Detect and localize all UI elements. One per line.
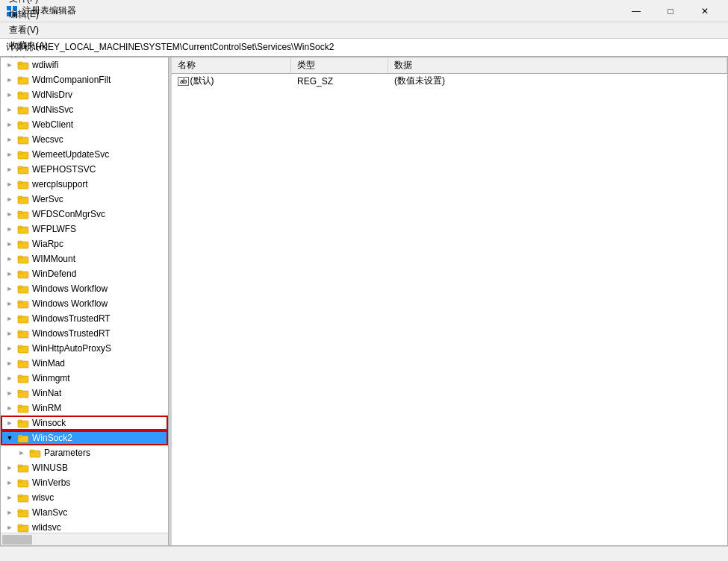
expand-icon[interactable]: ► [4, 104, 16, 116]
tree-item[interactable]: ► WlanSvc [1, 505, 168, 520]
expand-icon[interactable]: ► [4, 417, 16, 429]
expand-icon[interactable]: ► [4, 507, 16, 518]
folder-icon [17, 254, 29, 264]
folder-icon [17, 239, 29, 249]
expand-icon[interactable]: ► [4, 253, 16, 265]
folder-icon [17, 149, 29, 160]
title-bar: 注册表编辑器 — □ ✕ [0, 0, 728, 22]
tree-scroll[interactable]: ► wdiwifi► WdmCompanionFilt► WdNisDrv► W… [1, 57, 168, 533]
expand-icon[interactable]: ► [4, 327, 16, 339]
tree-item[interactable]: ► WdmCompanionFilt [1, 72, 168, 87]
tree-item[interactable]: ► Winmgmt [1, 371, 168, 386]
expand-icon[interactable]: ► [4, 372, 16, 384]
table-rows: ab(默认)REG_SZ(数值未设置) [172, 74, 727, 89]
expand-icon[interactable]: ► [4, 178, 16, 190]
tree-item[interactable]: ► Parameters [1, 445, 168, 460]
expand-icon[interactable]: ► [4, 238, 16, 250]
menu-bar: 文件(F)编辑(E)查看(V)收藏夹(A)帮助(H) [0, 22, 728, 39]
tree-item[interactable]: ► WinMad [1, 356, 168, 371]
expand-icon[interactable]: ► [16, 447, 28, 459]
svg-rect-23 [18, 196, 22, 198]
table-body: ab(默认)REG_SZ(数值未设置) [172, 74, 727, 545]
tree-item[interactable]: ► WEPHOSTSVC [1, 162, 168, 177]
tree-item[interactable]: ▼ WinSock2 [1, 430, 168, 445]
tree-item[interactable]: ► wdiwifi [1, 57, 168, 72]
close-button[interactable]: ✕ [688, 0, 722, 22]
tree-item[interactable]: ► WINUSB [1, 460, 168, 475]
menu-item[interactable]: 文件(F) [3, 0, 54, 7]
tree-item[interactable]: ► WinVerbs [1, 475, 168, 490]
folder-icon [17, 119, 29, 130]
tree-item[interactable]: ► wlidsvc [1, 520, 168, 533]
tree-item-label: WinMad [31, 358, 168, 369]
expand-icon[interactable]: ► [4, 298, 16, 310]
expand-icon[interactable]: ► [4, 119, 16, 131]
expand-icon[interactable]: ► [4, 462, 16, 474]
tree-item[interactable]: ► WindowsTrustedRT [1, 311, 168, 326]
expand-icon[interactable]: ► [4, 342, 16, 354]
expand-icon[interactable]: ► [4, 387, 16, 399]
tree-item[interactable]: ► WdNisDrv [1, 87, 168, 102]
expand-icon[interactable]: ► [4, 521, 16, 533]
folder-icon [17, 269, 29, 279]
svg-rect-13 [18, 122, 22, 124]
tree-item[interactable]: ► WiaRpc [1, 236, 168, 251]
folder-icon [17, 224, 29, 234]
tree-item[interactable]: ► WinDefend [1, 266, 168, 281]
tree-item[interactable]: ► wisvc [1, 490, 168, 505]
expand-icon[interactable]: ► [4, 148, 16, 160]
expand-icon[interactable]: ► [4, 223, 16, 235]
menu-item[interactable]: 查看(V) [3, 22, 54, 38]
folder-icon [17, 194, 29, 204]
tree-item[interactable]: ► WinRM [1, 401, 168, 416]
expand-icon[interactable]: ► [4, 193, 16, 205]
address-path: 计算机\HKEY_LOCAL_MACHINE\SYSTEM\CurrentCon… [6, 41, 334, 54]
tree-item[interactable]: ► WemeetUpdateSvc [1, 147, 168, 162]
expand-icon[interactable]: ► [4, 59, 16, 71]
tree-item[interactable]: ► WinHttpAutoProxyS [1, 341, 168, 356]
collapse-icon[interactable]: ▼ [4, 432, 16, 444]
tree-item[interactable]: ► wercplsupport [1, 177, 168, 192]
tree-item[interactable]: ► WFDSConMgrSvc [1, 207, 168, 222]
minimize-button[interactable]: — [619, 0, 653, 22]
tree-item[interactable]: ► WIMMount [1, 251, 168, 266]
folder-icon [17, 298, 29, 309]
maximize-button[interactable]: □ [653, 0, 688, 22]
svg-rect-33 [18, 271, 22, 273]
expand-icon[interactable]: ► [4, 357, 16, 369]
tree-item[interactable]: ► Wecsvc [1, 132, 168, 147]
svg-rect-9 [18, 92, 22, 94]
table-row[interactable]: ab(默认)REG_SZ(数值未设置) [172, 74, 727, 89]
tree-item[interactable]: ► WinNat [1, 386, 168, 401]
folder-icon [17, 507, 29, 518]
expand-icon[interactable]: ► [4, 283, 16, 295]
tree-item[interactable]: ► WFPLWFS [1, 222, 168, 236]
expand-icon[interactable]: ► [4, 74, 16, 86]
tree-item[interactable]: ► WdNisSvc [1, 102, 168, 117]
expand-icon[interactable]: ► [4, 313, 16, 325]
expand-icon[interactable]: ► [4, 492, 16, 504]
expand-icon[interactable]: ► [4, 163, 16, 175]
expand-icon[interactable]: ► [4, 134, 16, 145]
tree-item[interactable]: ► Windows Workflow [1, 281, 168, 296]
menu-item[interactable]: 编辑(E) [3, 7, 54, 22]
folder-icon [17, 209, 29, 219]
svg-rect-53 [18, 420, 22, 422]
tree-item-label: WindowsTrustedRT [31, 313, 168, 324]
expand-icon[interactable]: ► [4, 268, 16, 280]
tree-item-label: WindowsTrustedRT [31, 328, 168, 339]
tree-hscroll[interactable] [1, 533, 168, 545]
tree-item[interactable]: ► WerSvc [1, 192, 168, 207]
ab-icon: ab [178, 77, 189, 86]
tree-item-label: Wecsvc [31, 134, 168, 145]
expand-icon[interactable]: ► [4, 402, 16, 414]
svg-rect-43 [18, 345, 22, 348]
tree-item-label: WdNisDrv [31, 90, 168, 100]
tree-item[interactable]: ► Winsock [1, 416, 168, 430]
tree-item[interactable]: ► WindowsTrustedRT [1, 326, 168, 341]
expand-icon[interactable]: ► [4, 89, 16, 101]
tree-item[interactable]: ► Windows Workflow [1, 296, 168, 311]
tree-item[interactable]: ► WebClient [1, 117, 168, 132]
expand-icon[interactable]: ► [4, 208, 16, 220]
expand-icon[interactable]: ► [4, 477, 16, 489]
